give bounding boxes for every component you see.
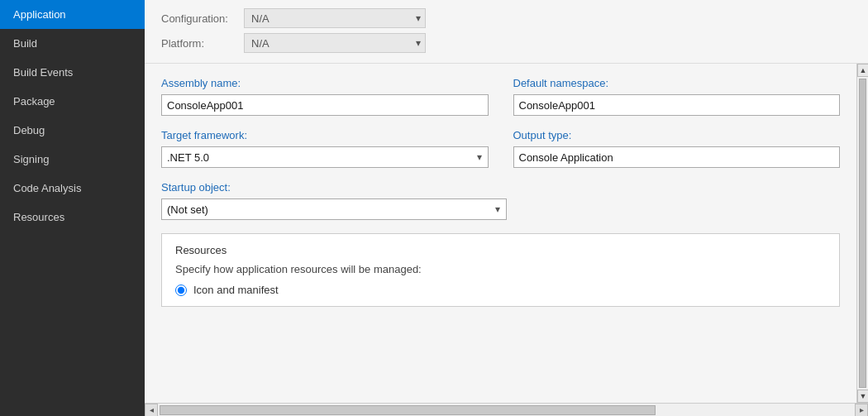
default-namespace-input[interactable] [513, 94, 841, 116]
scroll-left-button[interactable]: ◂ [145, 404, 158, 417]
configuration-label: Configuration: [161, 12, 244, 25]
framework-output-row: Target framework: .NET 5.0 Output type: … [161, 129, 840, 168]
content-scroll[interactable]: Assembly name: Default namespace: Target… [145, 64, 856, 403]
content-area: Assembly name: Default namespace: Target… [145, 64, 868, 403]
sidebar-item-package[interactable]: Package [0, 87, 145, 116]
assembly-name-input[interactable] [161, 94, 489, 116]
target-framework-label: Target framework: [161, 129, 489, 141]
assembly-namespace-row: Assembly name: Default namespace: [161, 77, 840, 116]
default-namespace-group: Default namespace: [513, 77, 841, 116]
platform-select-wrapper[interactable]: N/A [244, 33, 426, 53]
resources-section-title: Resources [175, 244, 826, 256]
scroll-up-button[interactable]: ▲ [857, 64, 868, 77]
vertical-scrollbar: ▲ ▼ [856, 64, 868, 403]
main-panel: Configuration: N/A Platform: N/A Assembl… [145, 0, 868, 416]
startup-object-wrapper: (Not set) [161, 198, 507, 220]
sidebar-item-build[interactable]: Build [0, 29, 145, 58]
platform-select[interactable]: N/A [244, 33, 426, 53]
resources-section-desc: Specify how application resources will b… [175, 263, 826, 275]
sidebar-item-code-analysis[interactable]: Code Analysis [0, 174, 145, 203]
startup-object-select[interactable]: (Not set) [161, 198, 507, 220]
target-framework-select-wrapper[interactable]: .NET 5.0 [161, 146, 489, 168]
output-type-display: Console Application [513, 146, 841, 168]
output-type-label: Output type: [513, 129, 841, 141]
startup-object-select-wrapper[interactable]: (Not set) [161, 198, 507, 220]
platform-label: Platform: [161, 37, 244, 50]
assembly-name-label: Assembly name: [161, 77, 489, 89]
output-type-group: Output type: Console Application [513, 129, 841, 168]
spacer [161, 307, 840, 356]
radio-icon-manifest-row: Icon and manifest [175, 284, 826, 296]
startup-object-label: Startup object: [161, 181, 840, 194]
horizontal-scrollbar: ◂ ▸ [145, 403, 868, 416]
configuration-select[interactable]: N/A [244, 8, 426, 28]
sidebar-item-debug[interactable]: Debug [0, 116, 145, 145]
sidebar-item-signing[interactable]: Signing [0, 145, 145, 174]
horizontal-scroll-track[interactable] [158, 404, 855, 416]
scrollbar-thumb[interactable] [859, 79, 866, 388]
sidebar-item-resources[interactable]: Resources [0, 203, 145, 232]
platform-row: Platform: N/A [161, 33, 851, 53]
config-bar: Configuration: N/A Platform: N/A [145, 0, 868, 64]
radio-icon-manifest[interactable] [175, 285, 187, 296]
scroll-down-button[interactable]: ▼ [857, 390, 868, 403]
configuration-select-wrapper[interactable]: N/A [244, 8, 426, 28]
sidebar-item-build-events[interactable]: Build Events [0, 58, 145, 87]
startup-object-section: Startup object: (Not set) [161, 181, 840, 220]
sidebar: Application Build Build Events Package D… [0, 0, 145, 416]
target-framework-select[interactable]: .NET 5.0 [161, 146, 489, 168]
default-namespace-label: Default namespace: [513, 77, 841, 89]
radio-icon-manifest-label: Icon and manifest [193, 284, 279, 296]
configuration-row: Configuration: N/A [161, 8, 851, 28]
resources-section: Resources Specify how application resour… [161, 233, 840, 307]
horizontal-scroll-thumb[interactable] [160, 405, 656, 415]
assembly-name-group: Assembly name: [161, 77, 489, 116]
target-framework-group: Target framework: .NET 5.0 [161, 129, 489, 168]
sidebar-item-application[interactable]: Application [0, 0, 145, 29]
scroll-right-button[interactable]: ▸ [855, 404, 868, 417]
